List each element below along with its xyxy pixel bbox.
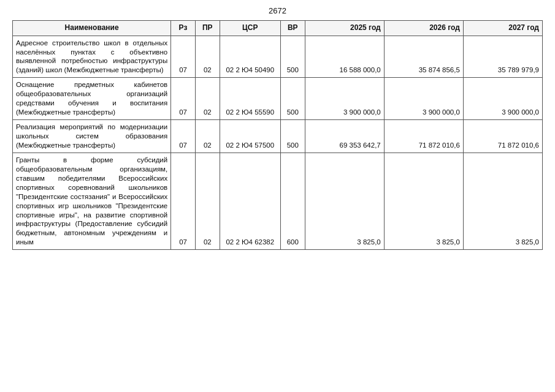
cell-name: Гранты в форме субсидий общеобразователь… <box>13 153 171 249</box>
cell-2025: 3 825,0 <box>305 153 384 249</box>
table-row: Адресное строительство школ в отдельных … <box>13 36 543 78</box>
cell-2027: 3 900 000,0 <box>463 78 542 120</box>
cell-pr: 02 <box>195 36 220 78</box>
header-2025: 2025 год <box>305 21 384 36</box>
cell-2025: 69 353 642,7 <box>305 120 384 153</box>
cell-2025: 16 588 000,0 <box>305 36 384 78</box>
cell-vr: 500 <box>280 120 305 153</box>
cell-pr: 02 <box>195 120 220 153</box>
cell-name: Адресное строительство школ в отдельных … <box>13 36 171 78</box>
header-vr: ВР <box>280 21 305 36</box>
cell-2026: 35 874 856,5 <box>384 36 463 78</box>
cell-rz: 07 <box>171 78 196 120</box>
cell-2027: 71 872 010,6 <box>463 120 542 153</box>
cell-vr: 500 <box>280 36 305 78</box>
cell-rz: 07 <box>171 36 196 78</box>
header-csr: ЦСР <box>220 21 280 36</box>
budget-table: Наименование Рз ПР ЦСР ВР 2025 год 2026 … <box>12 20 543 250</box>
cell-csr: 02 2 Ю4 55590 <box>220 78 280 120</box>
cell-2026: 3 825,0 <box>384 153 463 249</box>
cell-vr: 500 <box>280 78 305 120</box>
table-header-row: Наименование Рз ПР ЦСР ВР 2025 год 2026 … <box>13 21 543 36</box>
cell-csr: 02 2 Ю4 50490 <box>220 36 280 78</box>
table-row: Реализация мероприятий по модернизации ш… <box>13 120 543 153</box>
cell-csr: 02 2 Ю4 57500 <box>220 120 280 153</box>
table-row: Оснащение предметных кабинетов общеобраз… <box>13 78 543 120</box>
header-pr: ПР <box>195 21 220 36</box>
cell-csr: 02 2 Ю4 62382 <box>220 153 280 249</box>
header-name: Наименование <box>13 21 171 36</box>
table-row: Гранты в форме субсидий общеобразователь… <box>13 153 543 249</box>
cell-pr: 02 <box>195 153 220 249</box>
cell-2027: 35 789 979,9 <box>463 36 542 78</box>
cell-vr: 600 <box>280 153 305 249</box>
cell-pr: 02 <box>195 78 220 120</box>
header-2027: 2027 год <box>463 21 542 36</box>
cell-rz: 07 <box>171 153 196 249</box>
cell-2027: 3 825,0 <box>463 153 542 249</box>
header-2026: 2026 год <box>384 21 463 36</box>
header-rz: Рз <box>171 21 196 36</box>
cell-2026: 3 900 000,0 <box>384 78 463 120</box>
cell-2026: 71 872 010,6 <box>384 120 463 153</box>
cell-rz: 07 <box>171 120 196 153</box>
cell-name: Реализация мероприятий по модернизации ш… <box>13 120 171 153</box>
page-number: 2672 <box>12 6 543 15</box>
cell-2025: 3 900 000,0 <box>305 78 384 120</box>
cell-name: Оснащение предметных кабинетов общеобраз… <box>13 78 171 120</box>
